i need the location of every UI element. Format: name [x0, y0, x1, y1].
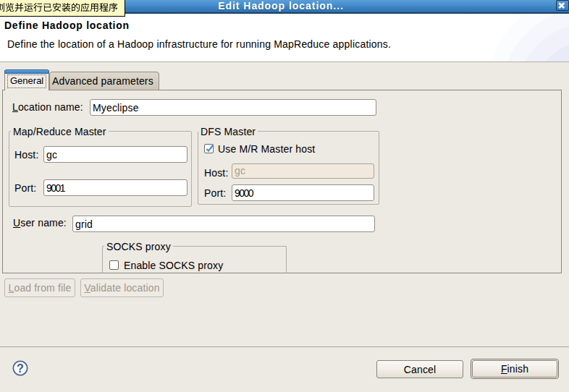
svg-text:?: ? [17, 362, 24, 375]
